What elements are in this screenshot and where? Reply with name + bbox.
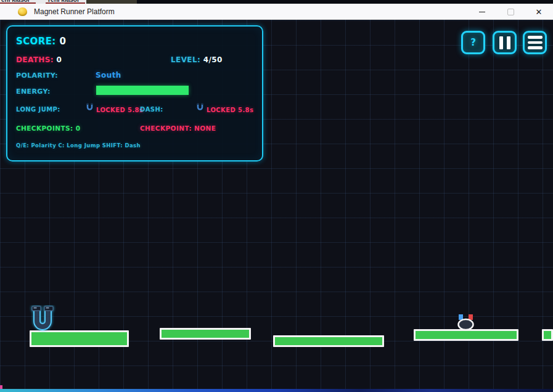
deaths-label: DEATHS: <box>16 55 54 64</box>
score-row: SCORE: 0 <box>16 36 66 47</box>
help-button[interactable]: ? <box>461 31 485 54</box>
window-titlebar: Magnet Runner Platform ✕ <box>0 4 553 20</box>
close-button[interactable]: ✕ <box>525 4 553 20</box>
window-title: Magnet Runner Platform <box>34 7 115 16</box>
dash-label: DASH: <box>140 106 163 113</box>
minimize-icon <box>479 12 485 12</box>
controls-hint: Q/E: Polarity C: Long Jump SHIFT: Dash <box>16 142 141 149</box>
help-icon: ? <box>470 37 476 48</box>
background-tab-area: eni klasör Yeni klasör <box>0 0 86 4</box>
checkpoints-row: CHECKPOINTS: 0 <box>16 125 80 132</box>
long-jump-status: LOCKED 5.8s <box>96 107 143 113</box>
platform <box>273 335 384 347</box>
magnet-lock-icon <box>86 103 94 112</box>
long-jump-label: LONG JUMP: <box>16 106 60 113</box>
checkpoint-row: CHECKPOINT: NONE <box>140 125 216 132</box>
background-tab-dark <box>86 0 137 4</box>
platform <box>542 329 553 341</box>
background-window-strip: eni klasör Yeni klasör <box>0 0 553 4</box>
window-controls: ✕ <box>468 4 553 20</box>
checkpoint-label: CHECKPOINT: <box>140 125 192 132</box>
magnet-lock-icon <box>196 103 204 112</box>
polarity-value: South <box>96 71 121 80</box>
pause-icon <box>499 36 510 49</box>
dash-status: LOCKED 5.8s <box>207 107 253 113</box>
player-magnet <box>29 305 56 335</box>
polarity-label: POLARITY: <box>16 71 58 80</box>
energy-bar-fill <box>96 86 189 95</box>
tab-underline <box>0 2 36 4</box>
close-icon: ✕ <box>536 8 543 16</box>
deaths-value: 0 <box>57 55 62 64</box>
energy-bar <box>96 86 189 95</box>
bottom-glow-line <box>0 389 553 392</box>
score-value: 0 <box>59 36 66 47</box>
checkpoints-value: 0 <box>76 125 81 132</box>
platform <box>160 328 251 340</box>
checkpoint-value: NONE <box>194 125 216 132</box>
magnet-pickup <box>457 314 475 331</box>
energy-label: ENERGY: <box>16 88 51 96</box>
level-value: 4/50 <box>203 55 223 64</box>
checkpoints-label: CHECKPOINTS: <box>16 125 73 132</box>
score-label: SCORE: <box>16 36 56 47</box>
hamburger-menu-icon <box>528 36 543 49</box>
minimize-button[interactable] <box>468 4 496 20</box>
game-viewport: SCORE: 0 DEATHS: 0 LEVEL: 4/50 POLARITY:… <box>0 20 553 392</box>
tab-underline <box>46 2 85 4</box>
menu-button[interactable] <box>523 31 547 54</box>
maximize-icon <box>507 9 514 15</box>
level-label: LEVEL: <box>171 55 200 64</box>
pause-button[interactable] <box>493 31 517 54</box>
maximize-button[interactable] <box>496 4 525 20</box>
deaths-row: DEATHS: 0 <box>16 55 62 64</box>
level-row: LEVEL: 4/50 <box>171 55 223 64</box>
hud-panel: SCORE: 0 DEATHS: 0 LEVEL: 4/50 POLARITY:… <box>6 25 263 161</box>
app-icon <box>18 7 27 16</box>
